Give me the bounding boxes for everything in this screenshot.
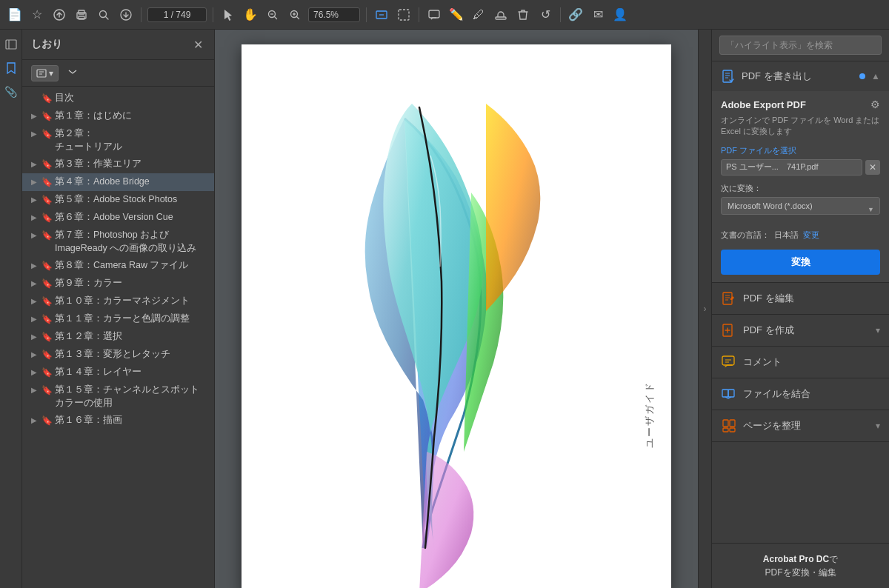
export-file-clear-button[interactable]: ✕ xyxy=(865,160,880,175)
new-file-icon[interactable]: 📄 xyxy=(6,6,24,24)
bookmark-leaf-icon: 🔖 xyxy=(41,415,52,427)
upload-icon[interactable] xyxy=(50,6,68,24)
email-icon[interactable]: ✉ xyxy=(589,6,607,24)
bookmark-item-ch9[interactable]: ▶ 🔖 第９章：カラー xyxy=(22,275,214,293)
bookmark-item-ch2[interactable]: ▶ 🔖 第２章：チュートリアル xyxy=(22,125,214,156)
organize-label: ページを整理 xyxy=(743,419,870,432)
zoom-plus-icon[interactable] xyxy=(286,6,304,24)
sidebar-header: しおり ✕ xyxy=(22,30,214,60)
bookmark-leaf-icon: 🔖 xyxy=(41,278,52,290)
sidebar-close-button[interactable]: ✕ xyxy=(190,37,205,52)
bookmarks-sidebar: しおり ✕ ▾ 🔖 目次 ▶ 🔖 第１章：はじめに xyxy=(22,30,215,588)
separator5 xyxy=(560,7,561,22)
print-icon[interactable] xyxy=(73,6,90,24)
expand-arrow: ▶ xyxy=(31,415,41,426)
bookmark-item-toc[interactable]: 🔖 目次 xyxy=(22,90,214,107)
bookmark-leaf-icon: 🔖 xyxy=(41,128,52,141)
comment-icon[interactable] xyxy=(425,6,443,24)
page-input[interactable] xyxy=(147,7,207,22)
comment-tool[interactable]: コメント xyxy=(712,347,889,378)
arrow-placeholder xyxy=(31,93,41,104)
export-file-input[interactable] xyxy=(721,159,862,176)
bookmark-item-ch16[interactable]: ▶ 🔖 第１６章：描画 xyxy=(22,412,214,430)
bookmark-item-ch10[interactable]: ▶ 🔖 第１０章：カラーマネジメント xyxy=(22,293,214,310)
bookmark-item-ch11[interactable]: ▶ 🔖 第１１章：カラーと色調の調整 xyxy=(22,310,214,328)
convert-button[interactable]: 変換 xyxy=(721,250,880,275)
bookmark-item-ch8[interactable]: ▶ 🔖 第８章：Camera Raw ファイル xyxy=(22,257,214,275)
bookmark-leaf-icon: 🔖 xyxy=(41,349,52,361)
bookmark-item-ch15[interactable]: ▶ 🔖 第１５章：チャンネルとスポットカラーの使用 xyxy=(22,381,214,412)
user-icon[interactable]: 👤 xyxy=(611,6,629,24)
stamp-icon[interactable] xyxy=(492,6,510,24)
hand-icon[interactable]: ✋ xyxy=(242,6,259,24)
bookmark-text-ch14: 第１４章：レイヤー xyxy=(55,366,208,379)
cursor-icon[interactable] xyxy=(219,6,237,24)
highlight-search-input[interactable] xyxy=(719,36,882,55)
bookmark-text-ch13: 第１３章：変形とレタッチ xyxy=(55,348,208,361)
zoom-input[interactable] xyxy=(308,7,360,22)
svg-rect-18 xyxy=(496,17,506,19)
paperclip-icon[interactable]: 📎 xyxy=(2,83,20,101)
expand-arrow-create: ▾ xyxy=(876,325,880,335)
svg-rect-16 xyxy=(399,10,409,20)
create-pdf-label: PDF を作成 xyxy=(743,324,870,337)
zoom-minus-icon[interactable] xyxy=(264,6,282,24)
expand-arrow-organize: ▾ xyxy=(876,421,880,431)
format-select[interactable]: Microsoft Word (*.docx) Microsoft Excel … xyxy=(721,197,880,215)
language-change-link[interactable]: 変更 xyxy=(803,230,819,241)
star-icon[interactable]: ☆ xyxy=(28,6,46,24)
sidebar-title: しおり xyxy=(31,38,62,51)
bookmark-item-ch6[interactable]: ▶ 🔖 第６章：Adobe Version Cue xyxy=(22,209,214,227)
bookmark-item-ch4[interactable]: ▶ 🔖 第４章：Adobe Bridge xyxy=(22,173,214,191)
right-panel: PDF を書き出し ▲ Adobe Export PDF ⚙ オンラインで PD… xyxy=(711,30,889,588)
bookmark-item-ch14[interactable]: ▶ 🔖 第１４章：レイヤー xyxy=(22,364,214,381)
bookmark-icon[interactable] xyxy=(2,59,20,77)
svg-line-13 xyxy=(297,16,299,19)
collapse-arrow: ▲ xyxy=(871,71,880,81)
bookmark-item-ch1[interactable]: ▶ 🔖 第１章：はじめに xyxy=(22,107,214,125)
bookmark-item-ch3[interactable]: ▶ 🔖 第３章：作業エリア xyxy=(22,156,214,173)
create-pdf-tool[interactable]: PDF を作成 ▾ xyxy=(712,315,889,347)
bookmark-leaf-icon: 🔖 xyxy=(41,110,52,123)
export-pdf-title: PDF を書き出し xyxy=(742,70,853,83)
bookmark-leaf-icon: 🔖 xyxy=(41,93,52,105)
export-pdf-header[interactable]: PDF を書き出し ▲ xyxy=(712,61,889,91)
expand-all-button[interactable] xyxy=(63,64,82,81)
expand-arrow: ▶ xyxy=(31,350,41,360)
delete-icon[interactable] xyxy=(514,6,532,24)
export-app-settings-icon[interactable]: ⚙ xyxy=(870,98,880,110)
zoom-to-fit-icon[interactable] xyxy=(95,6,113,24)
export-file-label: PDF ファイルを選択 xyxy=(721,145,880,156)
view-options-button[interactable]: ▾ xyxy=(31,65,59,81)
bookmark-item-ch12[interactable]: ▶ 🔖 第１２章：選択 xyxy=(22,328,214,346)
edit-pdf-tool[interactable]: PDF を編集 xyxy=(712,283,889,315)
organize-tool[interactable]: ページを整理 ▾ xyxy=(712,410,889,442)
select-tool-icon[interactable] xyxy=(395,6,413,24)
share-link-icon[interactable]: 🔗 xyxy=(567,6,585,24)
comment-panel-icon xyxy=(721,354,737,370)
language-row: 文書の言語： 日本語 変更 xyxy=(721,230,880,241)
highlight-icon[interactable]: 🖊 xyxy=(470,6,487,24)
undo-icon[interactable]: ↺ xyxy=(536,6,554,24)
bookmark-item-ch7[interactable]: ▶ 🔖 第７章：Photoshop および ImageReady への画像の取り… xyxy=(22,227,214,257)
pdf-page: Adobe Photoshop CS2 ユーザガイド xyxy=(242,44,671,588)
bookmark-text-ch1: 第１章：はじめに xyxy=(55,110,208,123)
combine-tool[interactable]: ファイルを結合 xyxy=(712,378,889,410)
expand-arrow: ▶ xyxy=(31,213,41,223)
expand-arrow: ▶ xyxy=(31,230,41,241)
expand-arrow: ▶ xyxy=(31,159,41,170)
bookmark-item-ch13[interactable]: ▶ 🔖 第１３章：変形とレタッチ xyxy=(22,346,214,364)
expand-arrow: ▶ xyxy=(31,385,41,395)
bookmark-item-ch5[interactable]: ▶ 🔖 第５章：Adobe Stock Photos xyxy=(22,191,214,209)
fit-width-icon[interactable] xyxy=(373,6,390,24)
bookmark-text-ch15: 第１５章：チャンネルとスポットカラーの使用 xyxy=(55,384,208,410)
main-toolbar: 📄 ☆ ✋ ✏️ 🖊 ↺ 🔗 ✉ 👤 xyxy=(0,0,889,30)
bookmark-leaf-icon: 🔖 xyxy=(41,230,52,242)
sidebar-panels-icon[interactable] xyxy=(2,36,20,53)
download-icon[interactable] xyxy=(117,6,135,24)
svg-rect-32 xyxy=(722,356,734,365)
bookmark-text-toc: 目次 xyxy=(55,92,208,105)
separator3 xyxy=(366,7,367,22)
panel-collapse-button[interactable]: › xyxy=(698,30,711,588)
pen-icon[interactable]: ✏️ xyxy=(447,6,465,24)
